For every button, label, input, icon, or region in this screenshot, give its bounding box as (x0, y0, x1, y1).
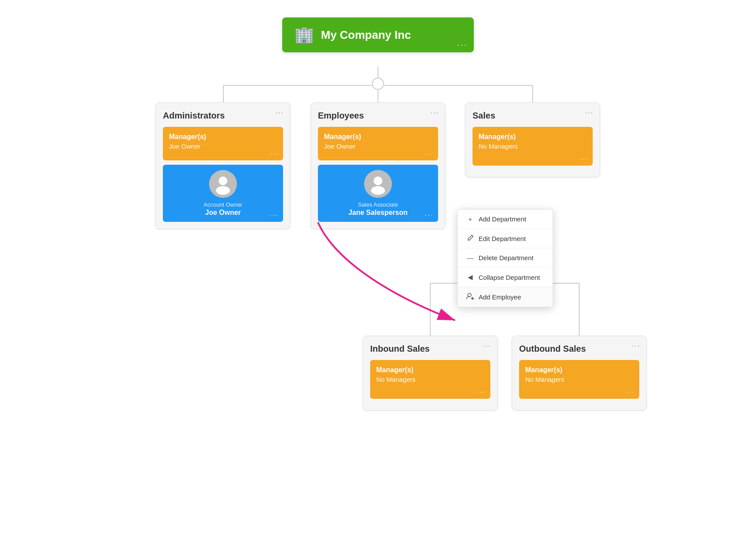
sales-more-menu[interactable]: ··· (585, 109, 594, 117)
employees-title: Employees (318, 111, 438, 121)
inbound-sales-manager-label: Manager(s) (376, 366, 484, 374)
administrators-manager-more[interactable]: ··· (270, 150, 279, 157)
company-card[interactable]: 🏢 My Company Inc ... (282, 17, 474, 52)
employees-employee-role: Sales Associate (358, 201, 398, 208)
outbound-sales-more-menu[interactable]: ··· (632, 342, 640, 350)
administrators-employee-more[interactable]: ··· (270, 211, 279, 218)
company-name: My Company Inc (321, 28, 411, 42)
add-employee-label: Add Employee (479, 293, 521, 301)
sales-manager-block: Manager(s) No Managers ··· (472, 127, 593, 166)
delete-department-label: Delete Department (479, 254, 533, 261)
context-menu: + Add Department Edit Department — Delet… (457, 209, 553, 307)
employees-employee-avatar (364, 170, 392, 198)
svg-point-12 (219, 177, 227, 185)
administrators-manager-name: Joe Owner (169, 143, 277, 150)
administrators-more-menu[interactable]: ··· (276, 109, 284, 117)
inbound-sales-manager-name: No Managers (376, 376, 484, 383)
employees-more-menu[interactable]: ··· (431, 109, 439, 117)
org-chart: 🏢 My Company Inc ... Administrators ··· … (0, 0, 756, 550)
administrators-dept-card: Administrators ··· Manager(s) Joe Owner … (155, 102, 290, 229)
add-department-label: Add Department (479, 215, 526, 223)
company-node: 🏢 My Company Inc ... (282, 17, 474, 52)
inbound-sales-manager-block: Manager(s) No Managers ··· (370, 360, 490, 399)
company-more-menu[interactable]: ... (457, 39, 468, 48)
administrators-employee-role: Account Owner (204, 201, 243, 208)
collapse-department-label: Collapse Department (479, 274, 540, 281)
collapse-icon: ◀ (466, 273, 474, 281)
add-employee-menu-item[interactable]: Add Employee (458, 287, 553, 307)
add-department-menu-item[interactable]: + Add Department (458, 210, 553, 229)
employees-manager-name: Joe Owner (324, 143, 432, 150)
inbound-sales-title: Inbound Sales (370, 344, 490, 354)
edit-department-menu-item[interactable]: Edit Department (458, 229, 553, 248)
sales-manager-label: Manager(s) (479, 133, 587, 141)
employees-manager-block: Manager(s) Joe Owner ··· (318, 127, 438, 160)
administrators-manager-block: Manager(s) Joe Owner ··· (163, 127, 283, 160)
outbound-sales-manager-more[interactable]: ··· (626, 388, 635, 395)
administrators-employee-block[interactable]: Account Owner Joe Owner ··· (163, 165, 283, 222)
add-employee-icon (466, 293, 474, 301)
administrators-employee-avatar (209, 170, 237, 198)
employees-dept-card: Employees ··· Manager(s) Joe Owner ··· S… (310, 102, 446, 229)
employees-employee-more[interactable]: ··· (425, 211, 434, 218)
add-icon: + (466, 215, 474, 223)
edit-icon (466, 234, 474, 242)
edit-department-label: Edit Department (479, 235, 526, 242)
administrators-title: Administrators (163, 111, 283, 121)
svg-point-14 (374, 177, 382, 185)
outbound-sales-dept-card: Outbound Sales ··· Manager(s) No Manager… (512, 336, 647, 411)
employees-employee-name: Jane Salesperson (348, 209, 408, 217)
employees-employee-block[interactable]: Sales Associate Jane Salesperson ··· (318, 165, 438, 222)
employees-manager-label: Manager(s) (324, 133, 432, 141)
inbound-sales-more-menu[interactable]: ··· (483, 342, 491, 350)
sales-manager-name: No Managers (479, 143, 587, 150)
svg-point-15 (371, 186, 385, 195)
company-icon: 🏢 (294, 27, 314, 43)
outbound-sales-manager-block: Manager(s) No Managers ··· (519, 360, 639, 399)
sales-manager-more[interactable]: ··· (579, 155, 588, 162)
outbound-sales-title: Outbound Sales (519, 344, 639, 354)
svg-point-13 (216, 186, 230, 195)
delete-icon: — (466, 254, 474, 261)
collapse-department-menu-item[interactable]: ◀ Collapse Department (458, 268, 553, 287)
inbound-sales-manager-more[interactable]: ··· (477, 388, 486, 395)
administrators-employee-name: Joe Owner (205, 209, 241, 217)
inbound-sales-dept-card: Inbound Sales ··· Manager(s) No Managers… (363, 336, 498, 411)
delete-department-menu-item[interactable]: — Delete Department (458, 248, 553, 268)
sales-dept-card: Sales ··· Manager(s) No Managers ··· (465, 102, 600, 177)
administrators-manager-label: Manager(s) (169, 133, 277, 141)
outbound-sales-manager-name: No Managers (525, 376, 633, 383)
sales-title: Sales (472, 111, 593, 121)
employees-manager-more[interactable]: ··· (425, 150, 434, 157)
outbound-sales-manager-label: Manager(s) (525, 366, 633, 374)
